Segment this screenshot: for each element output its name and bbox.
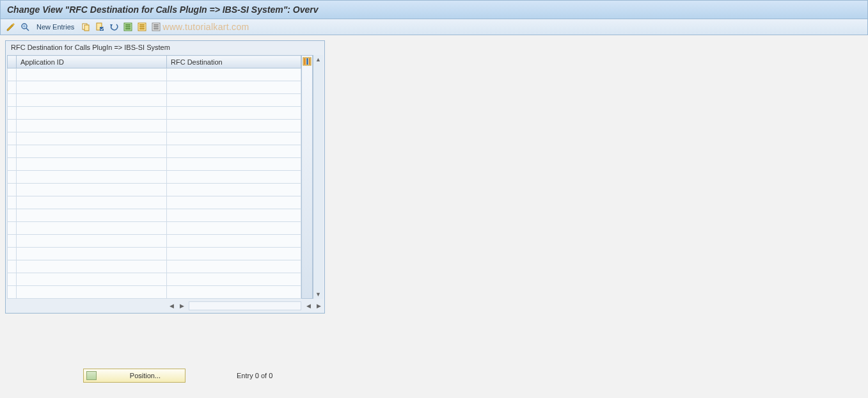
cell-application-id[interactable] bbox=[17, 120, 167, 132]
cell-rfc-destination[interactable] bbox=[167, 81, 301, 94]
cell-rfc-destination[interactable] bbox=[167, 94, 301, 107]
cell-application-id[interactable] bbox=[17, 145, 167, 158]
row-selector[interactable] bbox=[8, 171, 17, 184]
table-row bbox=[8, 260, 301, 273]
row-selector[interactable] bbox=[8, 286, 17, 299]
page-title: Change View "RFC Destination for Calls P… bbox=[7, 4, 319, 15]
cell-application-id[interactable] bbox=[17, 286, 167, 299]
cell-application-id[interactable] bbox=[17, 81, 167, 94]
cell-application-id[interactable] bbox=[17, 158, 167, 171]
cell-rfc-destination[interactable] bbox=[167, 145, 301, 158]
table-row bbox=[8, 184, 301, 196]
cell-application-id[interactable] bbox=[17, 184, 167, 196]
cell-application-id[interactable] bbox=[17, 94, 167, 107]
footer-area: Position... Entry 0 of 0 bbox=[0, 365, 868, 386]
select-all-icon[interactable] bbox=[123, 22, 133, 32]
cell-application-id[interactable] bbox=[17, 248, 167, 260]
row-selector[interactable] bbox=[8, 158, 17, 171]
row-selector[interactable] bbox=[8, 222, 17, 235]
cell-application-id[interactable] bbox=[17, 209, 167, 222]
position-label: Position... bbox=[108, 372, 182, 379]
row-selector[interactable] bbox=[8, 120, 17, 132]
scroll-left-end-icon[interactable]: ◀ bbox=[304, 301, 313, 310]
scroll-right-icon[interactable]: ▶ bbox=[177, 301, 186, 310]
display-change-icon[interactable] bbox=[6, 22, 16, 32]
svg-rect-14 bbox=[139, 28, 145, 29]
row-selector[interactable] bbox=[8, 184, 17, 196]
row-selector[interactable] bbox=[8, 132, 17, 145]
table-row bbox=[8, 273, 301, 286]
row-selector[interactable] bbox=[8, 209, 17, 222]
svg-point-2 bbox=[23, 25, 26, 28]
cell-application-id[interactable] bbox=[17, 171, 167, 184]
cell-application-id[interactable] bbox=[17, 260, 167, 273]
table-row bbox=[8, 171, 301, 184]
cell-application-id[interactable] bbox=[17, 222, 167, 235]
configure-column-button[interactable] bbox=[301, 55, 313, 299]
svg-rect-17 bbox=[154, 26, 159, 28]
position-button[interactable]: Position... bbox=[83, 369, 185, 383]
grid-panel: RFC Destination for Calls PlugIn => IBS-… bbox=[5, 40, 325, 314]
deselect-all-icon[interactable] bbox=[151, 22, 161, 32]
row-selector[interactable] bbox=[8, 235, 17, 248]
cell-application-id[interactable] bbox=[17, 68, 167, 81]
hscroll-track[interactable] bbox=[189, 301, 301, 310]
table-row bbox=[8, 120, 301, 132]
select-block-icon[interactable] bbox=[137, 22, 147, 32]
scroll-right-end-icon[interactable]: ▶ bbox=[314, 301, 323, 310]
cell-rfc-destination[interactable] bbox=[167, 132, 301, 145]
row-selector-header[interactable] bbox=[8, 56, 17, 68]
cell-application-id[interactable] bbox=[17, 235, 167, 248]
cell-rfc-destination[interactable] bbox=[167, 171, 301, 184]
cell-rfc-destination[interactable] bbox=[167, 222, 301, 235]
row-selector[interactable] bbox=[8, 94, 17, 107]
scroll-left-icon[interactable]: ◀ bbox=[167, 301, 176, 310]
row-selector[interactable] bbox=[8, 196, 17, 209]
cell-rfc-destination[interactable] bbox=[167, 209, 301, 222]
delete-icon[interactable] bbox=[95, 22, 105, 32]
cell-application-id[interactable] bbox=[17, 273, 167, 286]
cell-rfc-destination[interactable] bbox=[167, 273, 301, 286]
row-selector[interactable] bbox=[8, 248, 17, 260]
horizontal-scrollbar[interactable]: ◀ ▶ ◀ ▶ bbox=[7, 300, 323, 312]
grid-title: RFC Destination for Calls PlugIn => IBS-… bbox=[6, 41, 324, 54]
cell-rfc-destination[interactable] bbox=[167, 248, 301, 260]
cell-rfc-destination[interactable] bbox=[167, 196, 301, 209]
scroll-up-icon[interactable]: ▲ bbox=[314, 55, 323, 64]
svg-rect-21 bbox=[306, 58, 308, 65]
row-selector[interactable] bbox=[8, 273, 17, 286]
scroll-down-icon[interactable]: ▼ bbox=[314, 290, 323, 299]
svg-rect-20 bbox=[304, 58, 306, 65]
other-view-icon[interactable] bbox=[20, 22, 30, 32]
table-row bbox=[8, 145, 301, 158]
row-selector[interactable] bbox=[8, 81, 17, 94]
copy-icon[interactable] bbox=[81, 22, 91, 32]
column-header-rfc-destination[interactable]: RFC Destination bbox=[167, 56, 301, 68]
undo-icon[interactable] bbox=[109, 22, 119, 32]
row-selector[interactable] bbox=[8, 260, 17, 273]
row-selector[interactable] bbox=[8, 68, 17, 81]
cell-application-id[interactable] bbox=[17, 132, 167, 145]
row-selector[interactable] bbox=[8, 145, 17, 158]
cell-rfc-destination[interactable] bbox=[167, 235, 301, 248]
cell-rfc-destination[interactable] bbox=[167, 286, 301, 299]
cell-application-id[interactable] bbox=[17, 196, 167, 209]
cell-rfc-destination[interactable] bbox=[167, 107, 301, 120]
cell-application-id[interactable] bbox=[17, 107, 167, 120]
title-bar: Change View "RFC Destination for Calls P… bbox=[0, 0, 868, 19]
new-entries-button[interactable]: New Entries bbox=[34, 23, 77, 31]
svg-rect-9 bbox=[125, 26, 130, 28]
cell-rfc-destination[interactable] bbox=[167, 68, 301, 81]
table-row bbox=[8, 222, 301, 235]
table-row bbox=[8, 286, 301, 299]
table-row bbox=[8, 132, 301, 145]
content-area: RFC Destination for Calls PlugIn => IBS-… bbox=[0, 35, 868, 319]
cell-rfc-destination[interactable] bbox=[167, 260, 301, 273]
row-selector[interactable] bbox=[8, 107, 17, 120]
cell-rfc-destination[interactable] bbox=[167, 158, 301, 171]
cell-rfc-destination[interactable] bbox=[167, 184, 301, 196]
cell-rfc-destination[interactable] bbox=[167, 120, 301, 132]
column-header-application-id[interactable]: Application ID bbox=[17, 56, 167, 68]
entry-status: Entry 0 of 0 bbox=[237, 372, 272, 379]
vertical-scrollbar[interactable]: ▲ ▼ bbox=[313, 55, 323, 299]
